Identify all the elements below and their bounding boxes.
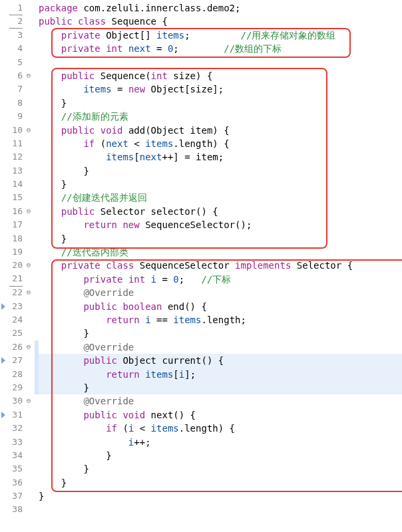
line-number: 29 — [9, 381, 23, 394]
code-editor[interactable]: 123456⊖78910⊖111213141516⊖17181920⊖2122⊖… — [0, 0, 402, 532]
gutter-line: 36 — [0, 476, 35, 489]
gutter-line: 24 — [0, 313, 35, 327]
override-marker-icon — [1, 357, 5, 364]
gutter-line: 10⊖ — [0, 124, 35, 137]
line-number: 25 — [9, 327, 23, 340]
gutter-line: 33 — [0, 436, 35, 449]
fold-icon[interactable]: ⊖ — [24, 394, 33, 408]
override-marker-icon — [1, 412, 5, 418]
fold-icon[interactable]: ⊖ — [24, 69, 33, 82]
code-line[interactable]: @Override — [35, 394, 402, 408]
change-bar — [35, 381, 39, 394]
fold-icon[interactable]: ⊖ — [24, 205, 33, 218]
line-number: 22 — [9, 286, 23, 299]
gutter-line: 2 — [0, 15, 35, 28]
fold-icon[interactable]: ⊖ — [24, 286, 33, 299]
line-number: 2 — [9, 15, 23, 29]
code-line[interactable]: } — [35, 462, 402, 475]
code-line[interactable]: } — [35, 449, 402, 462]
gutter-line: 16⊖ — [0, 205, 35, 218]
line-number: 27 — [9, 354, 23, 367]
code-line[interactable]: //添加新的元素 — [35, 110, 402, 123]
line-number: 6 — [9, 69, 23, 82]
fold-icon[interactable]: ⊖ — [24, 340, 33, 354]
code-area[interactable]: package com.zeluli.innerclass.demo2;publ… — [35, 0, 402, 532]
line-number: 13 — [9, 164, 23, 178]
gutter-line: 28 — [0, 368, 35, 381]
line-number: 35 — [9, 462, 23, 475]
gutter-line: 26⊖ — [0, 340, 35, 354]
code-line[interactable]: items[next++] = item; — [35, 150, 402, 164]
code-line[interactable]: } — [35, 96, 402, 110]
gutter-line: 1 — [0, 1, 35, 15]
line-number: 10 — [9, 124, 23, 137]
line-number: 21 — [9, 272, 23, 286]
gutter-line: 15 — [0, 191, 35, 204]
gutter-line: 29 — [0, 381, 35, 394]
line-number: 17 — [9, 218, 23, 231]
gutter-line: 27 — [0, 354, 35, 367]
line-number: 8 — [9, 96, 23, 110]
fold-icon[interactable]: ⊖ — [24, 259, 33, 272]
gutter-line: 37 — [0, 489, 35, 503]
code-line[interactable] — [35, 503, 402, 516]
code-line[interactable]: } — [35, 476, 402, 489]
line-number: 19 — [9, 245, 23, 259]
code-line[interactable]: } — [35, 178, 402, 191]
code-line[interactable]: private int next = 0; //数组的下标 — [35, 42, 402, 55]
code-line[interactable]: i++; — [35, 436, 402, 449]
gutter-line: 35 — [0, 462, 35, 475]
gutter-line: 20⊖ — [0, 259, 35, 272]
code-line[interactable]: if (next < items.length) { — [35, 137, 402, 150]
line-number: 5 — [9, 56, 23, 69]
code-line[interactable]: } — [35, 232, 402, 245]
code-line[interactable]: return new SequenceSelector(); — [35, 218, 402, 231]
fold-icon[interactable]: ⊖ — [24, 124, 33, 137]
code-line[interactable]: private Object[] items; //用来存储对象的数组 — [35, 29, 402, 42]
gutter-line: 9 — [0, 110, 35, 123]
code-line[interactable]: //迭代器内部类 — [35, 245, 402, 259]
line-number: 36 — [9, 476, 23, 489]
code-line[interactable]: public Object current() { — [35, 354, 402, 367]
code-line[interactable]: private class SequenceSelector implement… — [35, 259, 402, 272]
code-line[interactable]: public Selector selector() { — [35, 205, 402, 218]
line-number: 28 — [9, 368, 23, 381]
line-number: 14 — [9, 178, 23, 191]
code-line[interactable]: package com.zeluli.innerclass.demo2; — [35, 1, 402, 15]
code-line[interactable]: if (i < items.length) { — [35, 422, 402, 435]
line-number: 16 — [9, 205, 23, 218]
code-line[interactable] — [35, 56, 402, 69]
code-line[interactable]: public boolean end() { — [35, 300, 402, 313]
code-line[interactable]: } — [35, 164, 402, 178]
line-number: 26 — [9, 340, 23, 354]
line-number: 31 — [9, 408, 23, 422]
code-line[interactable]: private int i = 0; //下标 — [35, 273, 402, 286]
code-line[interactable]: return i == items.length; — [35, 313, 402, 327]
change-bar — [35, 340, 39, 354]
code-line[interactable]: public class Sequence { — [35, 15, 402, 28]
code-line[interactable]: } — [35, 327, 402, 340]
gutter: 123456⊖78910⊖111213141516⊖17181920⊖2122⊖… — [0, 0, 35, 532]
change-bar — [35, 368, 39, 381]
gutter-line: 6⊖ — [0, 69, 35, 82]
code-line[interactable]: @Override — [35, 340, 402, 354]
line-number: 33 — [9, 436, 23, 449]
line-number: 4 — [9, 42, 23, 55]
code-line[interactable]: } — [35, 381, 402, 394]
code-line[interactable]: return items[i]; — [35, 368, 402, 381]
code-line[interactable]: public Sequence(int size) { — [35, 69, 402, 82]
gutter-line: 21 — [0, 273, 35, 286]
line-number: 23 — [9, 300, 23, 313]
line-number: 20 — [9, 259, 23, 272]
code-line[interactable]: } — [35, 489, 402, 503]
line-number: 11 — [9, 137, 23, 150]
line-number: 15 — [9, 191, 23, 204]
code-line[interactable]: public void next() { — [35, 408, 402, 422]
code-line[interactable]: public void add(Object item) { — [35, 124, 402, 137]
line-number: 7 — [9, 82, 23, 96]
gutter-line: 32 — [0, 422, 35, 435]
code-line[interactable]: items = new Object[size]; — [35, 82, 402, 96]
gutter-line: 19 — [0, 245, 35, 259]
code-line[interactable]: @Override — [35, 286, 402, 299]
code-line[interactable]: //创建迭代器并返回 — [35, 191, 402, 204]
